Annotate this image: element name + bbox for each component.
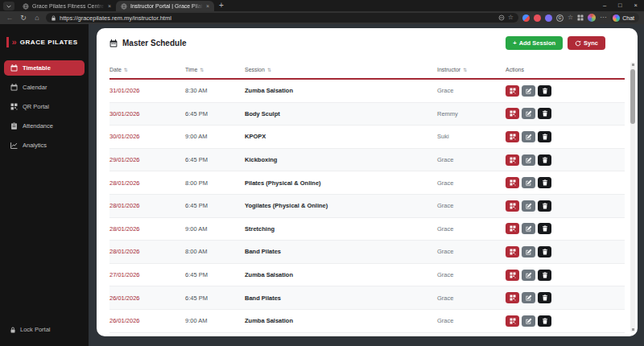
back-button[interactable]: ← xyxy=(5,14,14,22)
scrollbar-down-arrow[interactable] xyxy=(632,328,634,331)
qr-code-button[interactable] xyxy=(506,223,519,234)
table-scrollbar[interactable] xyxy=(630,62,635,332)
extension-icon[interactable] xyxy=(522,14,530,22)
window-close-button[interactable]: × xyxy=(634,2,638,9)
tab-close-icon[interactable]: × xyxy=(206,3,209,9)
collections-icon[interactable]: ☆ xyxy=(568,14,573,21)
address-bar[interactable]: https://gracepilates.rem.my/instructor.h… xyxy=(46,13,518,23)
cell-session: Yogilates (Physical & Online) xyxy=(245,202,437,209)
qr-code-button[interactable] xyxy=(506,246,519,257)
more-menu-icon[interactable]: ⋯ xyxy=(600,14,606,21)
new-tab-button[interactable]: + xyxy=(219,1,224,10)
add-session-button[interactable]: + Add Session xyxy=(506,36,563,50)
sidebar: » GRACE PILATES Timetable Calendar QR Po… xyxy=(0,24,89,346)
qr-code-button[interactable] xyxy=(506,270,519,281)
column-header-session[interactable]: Session ⇅ xyxy=(245,67,437,72)
column-header-time[interactable]: Time ⇅ xyxy=(185,67,245,72)
edit-button[interactable] xyxy=(522,246,535,257)
schedule-card: Master Schedule + Add Session Sync xyxy=(97,28,638,336)
lock-portal-button[interactable]: Lock Portal xyxy=(10,326,51,333)
cell-time: 6:45 PM xyxy=(185,202,245,209)
sidebar-item-analytics[interactable]: Analytics xyxy=(4,138,85,153)
edit-button[interactable] xyxy=(522,108,535,119)
sidebar-item-label: Attendance xyxy=(23,122,53,130)
window-maximize-button[interactable]: □ xyxy=(618,2,622,9)
delete-button[interactable] xyxy=(538,315,551,327)
delete-button[interactable] xyxy=(538,131,551,142)
delete-button[interactable] xyxy=(538,85,551,97)
cell-date: 26/01/2026 xyxy=(109,295,185,302)
edit-button[interactable] xyxy=(522,131,535,142)
extensions-menu-icon[interactable] xyxy=(577,14,584,21)
browser-tab-bar: Grace Pilates Fitness Centre | Tra × Ins… xyxy=(0,0,644,11)
edit-button[interactable] xyxy=(522,315,535,327)
qr-code-button[interactable] xyxy=(506,200,519,212)
edit-button[interactable] xyxy=(522,292,535,303)
qr-code-button[interactable] xyxy=(506,131,519,142)
qr-code-button[interactable] xyxy=(506,85,519,97)
cell-time: 8:30 AM xyxy=(185,87,245,94)
home-button[interactable]: ⌂ xyxy=(32,14,42,22)
delete-button[interactable] xyxy=(538,223,551,234)
edit-button[interactable] xyxy=(522,223,535,234)
search-extension-icon[interactable]: G xyxy=(556,14,564,22)
delete-button[interactable] xyxy=(538,108,551,119)
profile-avatar[interactable] xyxy=(588,14,596,22)
edit-pencil-icon xyxy=(526,88,532,94)
edit-pencil-icon xyxy=(526,295,532,301)
edit-button[interactable] xyxy=(522,200,535,212)
cell-session: Band Pilates xyxy=(245,295,437,302)
scrollbar-thumb[interactable] xyxy=(630,69,635,124)
tab-title: Grace Pilates Fitness Centre | Tra xyxy=(32,3,105,9)
table-row: 26/01/2026 9:00 AM Zumba Salsation Grace xyxy=(109,310,625,333)
tab-close-icon[interactable]: × xyxy=(108,3,111,9)
edit-button[interactable] xyxy=(522,154,535,166)
browser-tab-inactive[interactable]: Grace Pilates Fitness Centre | Tra × xyxy=(18,1,116,11)
favorite-star-icon[interactable]: ☆ xyxy=(508,14,514,21)
scrollbar-up-arrow[interactable] xyxy=(632,64,634,66)
delete-button[interactable] xyxy=(538,200,551,212)
lock-portal-label: Lock Portal xyxy=(20,326,51,333)
tab-search-button[interactable] xyxy=(3,2,14,10)
tab-title: Instructor Portal | Grace Pilates xyxy=(130,3,203,9)
qr-code-button[interactable] xyxy=(506,177,519,188)
delete-button[interactable] xyxy=(538,246,551,257)
qr-code-button[interactable] xyxy=(506,292,519,303)
cell-date: 31/01/2026 xyxy=(109,87,185,94)
column-header-instructor[interactable]: Instructor ⇅ xyxy=(437,67,506,72)
qr-code-button[interactable] xyxy=(506,154,519,166)
cell-instructor: Grace xyxy=(437,295,506,302)
delete-button[interactable] xyxy=(538,177,551,188)
edit-button[interactable] xyxy=(522,177,535,188)
extension-icon[interactable] xyxy=(545,14,552,22)
extensions-area: G ☆ ⋯ xyxy=(522,14,606,22)
delete-button[interactable] xyxy=(538,270,551,281)
sync-button[interactable]: Sync xyxy=(568,36,605,50)
window-minimize-button[interactable]: – xyxy=(603,2,606,9)
calendar-icon xyxy=(10,84,18,91)
split-screen-icon[interactable] xyxy=(498,14,505,21)
copilot-chat-button[interactable]: Chat xyxy=(610,13,639,23)
sidebar-item-attendance[interactable]: Attendance xyxy=(4,118,85,134)
table-row: 28/01/2026 8:00 AM Band Pilates Grace xyxy=(109,241,625,264)
extension-icon[interactable] xyxy=(534,14,541,22)
browser-tab-active[interactable]: Instructor Portal | Grace Pilates × xyxy=(116,1,214,11)
sidebar-item-calendar[interactable]: Calendar xyxy=(4,80,85,95)
brand-chevrons-icon: » xyxy=(12,38,17,47)
cell-time: 6:45 PM xyxy=(185,156,245,163)
brand-name: GRACE PILATES xyxy=(20,39,78,46)
sidebar-item-qr-portal[interactable]: QR Portal xyxy=(4,99,85,114)
delete-button[interactable] xyxy=(538,292,551,303)
qr-code-button[interactable] xyxy=(506,108,519,119)
edit-button[interactable] xyxy=(522,270,535,281)
delete-button[interactable] xyxy=(538,154,551,166)
edit-pencil-icon xyxy=(526,110,532,117)
cell-time: 6:45 PM xyxy=(185,110,245,117)
refresh-button[interactable]: ↻ xyxy=(19,14,28,22)
qr-code-button[interactable] xyxy=(506,315,519,327)
edit-button[interactable] xyxy=(522,85,535,97)
sidebar-item-timetable[interactable]: Timetable xyxy=(4,60,85,76)
qr-code-icon xyxy=(510,249,516,255)
qr-code-icon xyxy=(510,134,516,140)
column-header-date[interactable]: Date ⇅ xyxy=(109,67,185,72)
